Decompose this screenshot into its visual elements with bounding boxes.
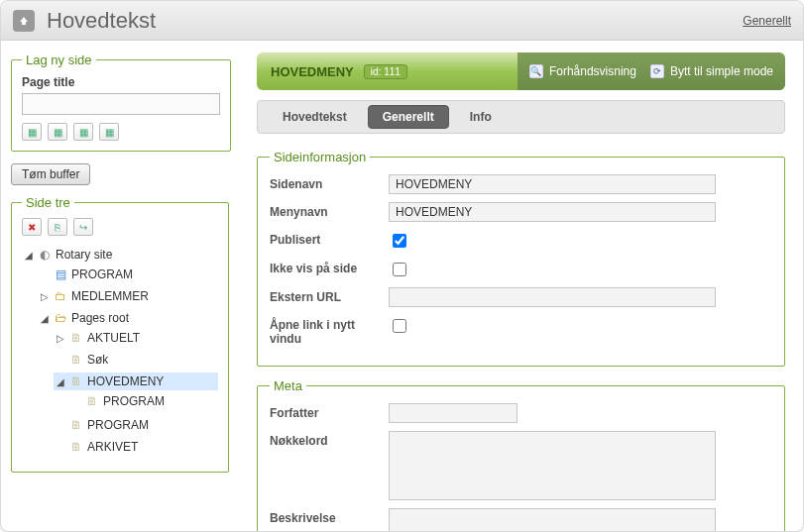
tab-hovedtekst[interactable]: Hovedtekst [268, 105, 362, 129]
collapse-icon: ◢ [24, 250, 34, 261]
page-tree: ◢ ◐ Rotary site ▤ PROGRAM [22, 244, 218, 462]
add-page-action-1[interactable]: ▦ [22, 123, 42, 141]
publisert-checkbox[interactable] [393, 234, 406, 248]
site-icon: ◐ [38, 248, 52, 262]
sidenavn-input[interactable] [389, 174, 716, 194]
green-title: HOVEDMENY [271, 64, 354, 79]
folder-icon: 🗀 [54, 289, 67, 303]
preview-button[interactable]: 🔍 Forhåndsvisning [529, 64, 636, 78]
page-icon: 🗎 [69, 374, 83, 388]
page-icon: 🗎 [85, 394, 99, 408]
nokkelord-label: Nøkkelord [270, 431, 379, 448]
up-button[interactable] [13, 10, 35, 32]
tabstrip: Hovedtekst Generellt Info [257, 100, 785, 134]
page-icon: 🗎 [69, 353, 83, 367]
new-page-legend: Lag ny side [22, 53, 96, 67]
meta-legend: Meta [270, 378, 306, 393]
nyttvindu-checkbox[interactable] [393, 319, 406, 333]
main-area: HOVEDMENY id: 111 🔍 Forhåndsvisning ⟳ By… [239, 41, 803, 531]
sync-icon: ⟳ [650, 64, 664, 78]
tree-item-arkivet[interactable]: 🗎 ARKIVET [54, 438, 218, 456]
nyttvindu-label: Åpne link i nytt vindu [270, 315, 379, 346]
tree-item-program2[interactable]: 🗎 PROGRAM [54, 416, 218, 434]
magnifier-icon: 🔍 [529, 64, 543, 78]
green-header: HOVEDMENY id: 111 🔍 Forhåndsvisning ⟳ By… [257, 53, 785, 90]
page-info-legend: Sideinformasjon [270, 150, 370, 164]
add-page-action-2[interactable]: ▦ [48, 123, 67, 141]
tree-item-hovedmeny-program[interactable]: 🗎 PROGRAM [69, 392, 218, 410]
tree-item-medlemmer[interactable]: ▷ 🗀 MEDLEMMER [38, 287, 218, 305]
eksternurl-input[interactable] [389, 287, 716, 307]
clear-buffer-button[interactable]: Tøm buffer [11, 163, 90, 185]
ikkevis-label: Ikke vis på side [270, 259, 379, 275]
page-info-group: Sideinformasjon Sidenavn Menynavn Publis… [257, 150, 785, 367]
beskrivelse-textarea[interactable] [389, 508, 716, 531]
publisert-label: Publisert [270, 230, 379, 247]
folder-open-icon: 🗁 [54, 311, 67, 325]
sidebar: Lag ny side Page title ▦ ▦ ▦ ▦ Tøm buffe… [1, 41, 239, 531]
tree-item-hovedmeny[interactable]: ◢ 🗎 HOVEDMENY [54, 372, 218, 390]
page-title-input[interactable] [22, 93, 220, 115]
page-title: Hovedtekst [47, 8, 743, 34]
collapse-icon: ◢ [40, 313, 50, 324]
menynavn-label: Menynavn [270, 202, 379, 219]
add-page-action-3[interactable]: ▦ [73, 123, 93, 141]
nokkelord-textarea[interactable] [389, 431, 716, 500]
collapse-icon: ◢ [56, 376, 65, 387]
ikkevis-checkbox[interactable] [393, 263, 406, 276]
top-link-generellt[interactable]: Generellt [743, 14, 791, 28]
switch-mode-button[interactable]: ⟳ Bytt til simple mode [650, 64, 773, 78]
tree-root[interactable]: ◢ ◐ Rotary site [22, 246, 218, 264]
menynavn-input[interactable] [389, 202, 716, 222]
page-icon: 🗎 [69, 331, 83, 345]
tree-legend: Side tre [22, 195, 74, 210]
tab-generellt[interactable]: Generellt [368, 105, 449, 129]
tree-item-aktuelt[interactable]: ▷ 🗎 AKTUELT [54, 329, 218, 347]
expand-icon: ▷ [56, 333, 65, 344]
tree-item-pages-root[interactable]: ◢ 🗁 Pages root [38, 309, 218, 327]
tab-info[interactable]: Info [455, 105, 507, 129]
tree-panel: Side tre ✖ ⎘ ↪ ◢ ◐ Rotary site [11, 195, 229, 473]
forfatter-input[interactable] [389, 403, 517, 423]
page-id-badge: id: 111 [364, 64, 407, 79]
arrow-up-icon [18, 15, 30, 27]
tree-item-program[interactable]: ▤ PROGRAM [38, 266, 218, 283]
page-icon: 🗎 [69, 440, 83, 454]
eksternurl-label: Ekstern URL [270, 287, 379, 304]
new-page-panel: Lag ny side Page title ▦ ▦ ▦ ▦ [11, 53, 231, 152]
topbar: Hovedtekst Generellt [1, 1, 803, 41]
expand-icon: ▷ [40, 291, 50, 302]
tree-copy-button[interactable]: ⎘ [48, 218, 67, 236]
tree-delete-button[interactable]: ✖ [22, 218, 42, 236]
forfatter-label: Forfatter [270, 403, 379, 420]
beskrivelse-label: Beskrivelse [270, 508, 379, 525]
page-title-label: Page title [22, 75, 220, 89]
tree-move-button[interactable]: ↪ [73, 218, 93, 236]
add-page-action-4[interactable]: ▦ [99, 123, 119, 141]
page-special-icon: ▤ [54, 267, 67, 281]
page-icon: 🗎 [69, 418, 83, 432]
tree-item-sok[interactable]: 🗎 Søk [54, 351, 218, 369]
meta-group: Meta Forfatter Nøkkelord Beskrivelse [257, 378, 785, 531]
tree-root-label: Rotary site [56, 248, 112, 262]
sidenavn-label: Sidenavn [270, 174, 379, 191]
